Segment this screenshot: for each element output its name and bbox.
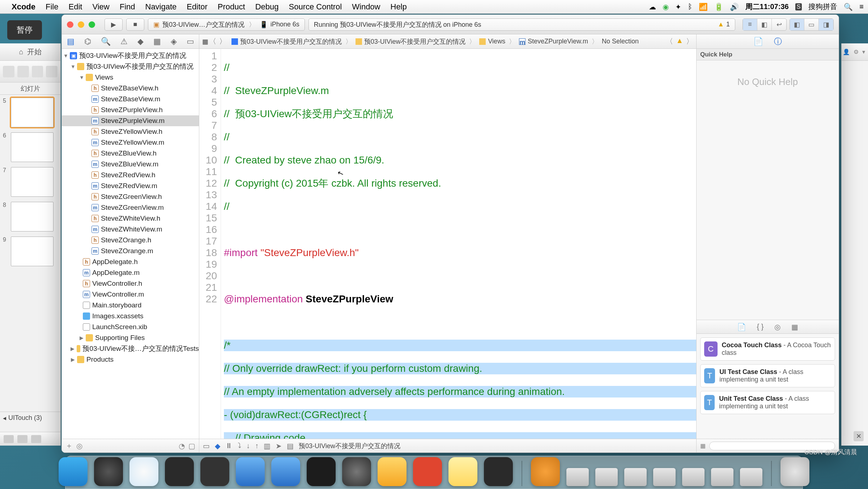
ime-label[interactable]: 搜狗拼音 bbox=[808, 2, 837, 12]
dock-safari-icon[interactable] bbox=[129, 457, 158, 486]
dock-minimized-4[interactable] bbox=[624, 468, 647, 486]
disclosure-triangle-icon[interactable]: ▼ bbox=[71, 64, 75, 69]
tree-file[interactable]: hViewController.h bbox=[62, 278, 199, 289]
standard-editor-icon[interactable]: ≡ bbox=[743, 19, 757, 30]
file-template-library-icon[interactable]: 📄 bbox=[737, 323, 746, 331]
tree-file[interactable]: hSteveZWhiteView.h bbox=[62, 213, 199, 224]
tree-file[interactable]: hSteveZBaseView.h bbox=[62, 83, 199, 94]
run-button[interactable]: ▶ bbox=[105, 18, 123, 31]
dock-terminal-icon[interactable] bbox=[307, 457, 336, 486]
notification-center-icon[interactable]: ≡ bbox=[859, 3, 864, 11]
menubar-clock[interactable]: 周二11:07:36 bbox=[745, 2, 789, 12]
dock-minimized-3[interactable] bbox=[595, 468, 618, 486]
file-inspector-icon[interactable]: 📄 bbox=[753, 37, 763, 46]
tree-file[interactable]: mSteveZBaseView.m bbox=[62, 94, 199, 105]
dock-minimized-6[interactable] bbox=[682, 468, 705, 486]
dock-xcode-icon[interactable] bbox=[236, 457, 265, 486]
tree-file[interactable]: mAppDelegate.m bbox=[62, 267, 199, 278]
tree-file[interactable]: mViewController.m bbox=[62, 289, 199, 300]
disclosure-triangle-icon[interactable]: ▼ bbox=[79, 75, 84, 80]
status-sync-icon[interactable]: ◉ bbox=[663, 3, 669, 11]
stop-button[interactable]: ■ bbox=[126, 18, 144, 31]
tree-file[interactable]: hSteveZRedView.h bbox=[62, 170, 199, 180]
dock-minimized-1[interactable] bbox=[531, 457, 560, 486]
right-panel-toggle-icon[interactable]: ◨ bbox=[819, 19, 833, 30]
menu-source-control[interactable]: Source Control bbox=[289, 2, 342, 12]
dock-notes-icon[interactable] bbox=[448, 457, 477, 486]
dock-minimized-2[interactable] bbox=[566, 468, 589, 486]
menu-product[interactable]: Product bbox=[218, 2, 245, 12]
tree-file[interactable]: mSteveZOrange.m bbox=[62, 246, 199, 256]
status-battery-icon[interactable]: 🔋 bbox=[714, 3, 723, 11]
disclosure-triangle-icon[interactable]: ▶ bbox=[71, 346, 75, 352]
left-panel-toggle-icon[interactable]: ◧ bbox=[790, 19, 804, 30]
app-name[interactable]: Xcode bbox=[12, 2, 35, 12]
tree-file[interactable]: mSteveZWhiteView.m bbox=[62, 224, 199, 235]
bg-home-label[interactable]: 开始 bbox=[27, 47, 42, 57]
tree-views[interactable]: Views bbox=[95, 73, 113, 81]
bg-tool-4[interactable] bbox=[46, 66, 58, 77]
library-item[interactable]: TUnit Test Case Class - A class implemen… bbox=[700, 391, 835, 414]
bg-tool-2[interactable] bbox=[17, 66, 29, 77]
disclosure-triangle-icon[interactable]: ▶ bbox=[71, 357, 75, 362]
status-plus-icon[interactable]: ✦ bbox=[675, 3, 681, 11]
bg-bottom-tab[interactable]: UITouch (3) bbox=[8, 414, 42, 422]
bg-tabs-label[interactable]: 幻灯片 bbox=[0, 82, 60, 95]
slide-thumb-6[interactable] bbox=[11, 132, 54, 162]
tree-file[interactable]: hSteveZYellowView.h bbox=[62, 126, 199, 137]
dock-minimized-5[interactable] bbox=[653, 468, 676, 486]
window-close-button[interactable] bbox=[67, 21, 73, 28]
status-volume-icon[interactable]: 🔊 bbox=[730, 3, 739, 11]
tree-file[interactable]: mSteveZRedView.m bbox=[62, 180, 199, 191]
warning-count[interactable]: 1 bbox=[726, 21, 730, 28]
source-editor[interactable]: 12345678910111213141516171819202122 // /… bbox=[199, 49, 696, 439]
slide-thumb-8[interactable] bbox=[11, 202, 54, 231]
bg-user-icon[interactable]: 👤 bbox=[843, 48, 850, 55]
dock-app-red-icon[interactable] bbox=[413, 457, 442, 486]
slide-thumb-7[interactable] bbox=[11, 167, 54, 197]
object-library-icon[interactable]: ◎ bbox=[774, 323, 780, 331]
jump-next-icon[interactable]: 〉 bbox=[686, 37, 693, 46]
dock-launchpad-icon[interactable] bbox=[94, 457, 123, 486]
tree-file[interactable]: LaunchScreen.xib bbox=[62, 322, 199, 332]
code-snippet-library-icon[interactable]: { } bbox=[757, 323, 764, 331]
dock-imovie-icon[interactable] bbox=[200, 457, 229, 486]
issue-navigator-icon[interactable]: ⚠ bbox=[120, 37, 128, 46]
tree-file[interactable]: hAppDelegate.h bbox=[62, 256, 199, 267]
report-navigator-icon[interactable]: ▭ bbox=[187, 37, 194, 46]
tree-group[interactable]: 预03-UIView不接受用户交互的情况 bbox=[86, 62, 193, 71]
tree-file[interactable]: hSteveZPurpleView.h bbox=[62, 105, 199, 115]
menu-help[interactable]: Help bbox=[391, 2, 407, 12]
dock-sketch-icon[interactable] bbox=[378, 457, 407, 486]
symbol-navigator-icon[interactable]: ⌬ bbox=[84, 37, 91, 46]
disclosure-triangle-icon[interactable]: ▶ bbox=[79, 335, 84, 341]
tree-file[interactable]: mSteveZYellowView.m bbox=[62, 137, 199, 148]
spotlight-icon[interactable]: 🔍 bbox=[844, 3, 853, 11]
menu-navigate[interactable]: Navigate bbox=[145, 2, 177, 12]
breakpoint-navigator-icon[interactable]: ◈ bbox=[171, 37, 177, 46]
assistant-editor-icon[interactable]: ◧ bbox=[757, 19, 772, 30]
tree-file[interactable]: hSteveZOrange.h bbox=[62, 235, 199, 246]
tree-file[interactable]: Main.storyboard bbox=[62, 300, 199, 311]
bg-chevron-icon[interactable]: ▾ bbox=[862, 48, 865, 55]
bottom-panel-toggle-icon[interactable]: ▭ bbox=[804, 19, 819, 30]
bg-mode-3[interactable] bbox=[31, 435, 41, 443]
library-item[interactable]: CCocoa Touch Class - A Cocoa Touch class bbox=[700, 337, 835, 361]
menu-file[interactable]: File bbox=[46, 2, 58, 12]
menu-edit[interactable]: Edit bbox=[68, 2, 82, 12]
editor-mode-segmented[interactable]: ≡◧↩ bbox=[743, 18, 787, 31]
tree-file[interactable]: hSteveZBlueView.h bbox=[62, 148, 199, 159]
dock-mouse-icon[interactable] bbox=[165, 457, 194, 486]
tree-products[interactable]: Products bbox=[86, 356, 114, 363]
warning-icon[interactable]: ▲ bbox=[718, 21, 724, 28]
jump-p1[interactable]: 预03-UIView不接受用户交互的情况 bbox=[240, 37, 342, 46]
tree-file[interactable]: hSteveZGreenView.h bbox=[62, 191, 199, 202]
media-library-icon[interactable]: ▦ bbox=[791, 323, 798, 331]
jump-bar[interactable]: ▦ 〈〉 预03-UIView不接受用户交互的情况〉 预03-UIView不接受… bbox=[199, 34, 696, 49]
jump-prev-icon[interactable]: 〈 bbox=[666, 37, 673, 46]
back-icon[interactable]: 〈 bbox=[209, 37, 216, 46]
dock-xcode2-icon[interactable] bbox=[271, 457, 300, 486]
bg-close-icon[interactable]: ✕ bbox=[854, 431, 864, 441]
window-zoom-button[interactable] bbox=[89, 21, 95, 28]
scheme-selector[interactable]: ▣ 预03-UIView…户交互的情况 〉 📱 iPhone 6s bbox=[148, 18, 305, 31]
